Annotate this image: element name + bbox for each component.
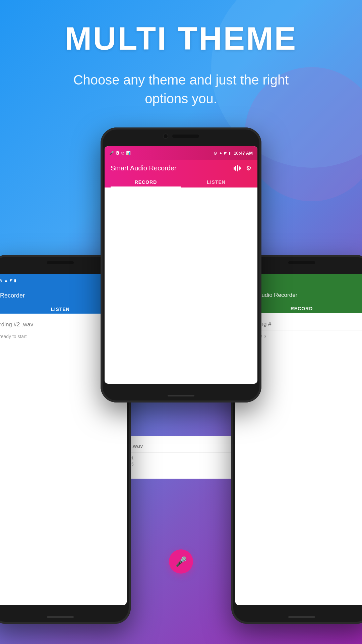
status-bar-right-icons: ⊖ ▲ ◤ ▮ 10:47 AM (214, 151, 253, 156)
phone-right-home-bar (288, 616, 315, 618)
phone-main-shell: 🎤 🖼 ◎ 📊 ⊖ ▲ ◤ ▮ 10:47 AM (101, 127, 261, 402)
signal-icon-left: ◤ (10, 278, 12, 283)
center-recording-ext: .wav (131, 443, 143, 449)
fab-record-button[interactable]: 🎤 (169, 549, 193, 574)
wifi-icon: ▲ (219, 151, 223, 155)
phone-main-content (105, 187, 257, 201)
phone-left-speaker (47, 261, 74, 264)
phone-left-app-title: Recorder (0, 292, 25, 299)
subtitle: Choose any theme and just the right opti… (60, 70, 302, 108)
tab-listen-main[interactable]: LISTEN (181, 176, 251, 187)
app-bar-icons (234, 165, 251, 172)
fab-mic-icon: 🎤 (175, 556, 187, 567)
time-display: 10:47 AM (234, 151, 253, 156)
recording-name-text-left: rding #2 (0, 321, 20, 328)
recording-ext-left: .wav (21, 321, 33, 328)
mic-status-icon: 🎤 (109, 151, 114, 155)
phone-main: 🎤 🖼 ◎ 📊 ⊖ ▲ ◤ ▮ 10:47 AM (101, 127, 261, 402)
phone-main-camera (163, 133, 168, 139)
phone-main-top-bar (163, 133, 199, 139)
phone-main-status-bar: 🎤 🖼 ◎ 📊 ⊖ ▲ ◤ ▮ 10:47 AM (105, 146, 257, 160)
phone-main-app-bar: Smart Audio Recorder (105, 160, 257, 187)
minus-icon: ⊖ (214, 151, 217, 156)
battery-icon-left: ▮ (14, 278, 16, 283)
tab-record-main[interactable]: RECORD (111, 176, 181, 187)
phone-left-home-bar (47, 616, 74, 618)
header-section: MULTI THEME Choose any theme and just th… (0, 0, 362, 121)
wifi-icon-left: ▲ (4, 278, 8, 283)
phone-main-speaker (172, 135, 199, 138)
app-title: Smart Audio Recorder (111, 164, 177, 172)
phone-main-screen: 🎤 🖼 ◎ 📊 ⊖ ▲ ◤ ▮ 10:47 AM (105, 146, 257, 384)
phone-left-top-bar (47, 261, 74, 264)
phone-right-top-bar (288, 261, 315, 264)
tab-bar-main: RECORD LISTEN (111, 176, 251, 187)
status-bar-left-icons: 🎤 🖼 ◎ 📊 (109, 151, 131, 155)
circle-status-icon: ◎ (121, 151, 124, 155)
minus-icon-left: ⊖ (0, 278, 2, 283)
settings-icon[interactable] (246, 165, 251, 172)
phone-left-status-left: ⊖ ▲ ◤ ▮ (0, 278, 16, 283)
phone-right-speaker (288, 261, 315, 264)
main-title: MULTI THEME (27, 20, 335, 57)
app-bar-title-row: Smart Audio Recorder (111, 164, 251, 172)
phone-main-home-bar (168, 395, 194, 396)
audio-waveform-icon[interactable] (234, 165, 241, 171)
signal-icon: ◤ (224, 151, 227, 155)
waveform-status-icon: 📊 (126, 151, 131, 155)
battery-icon: ▮ (229, 151, 231, 155)
image-status-icon: 🖼 (116, 151, 119, 155)
